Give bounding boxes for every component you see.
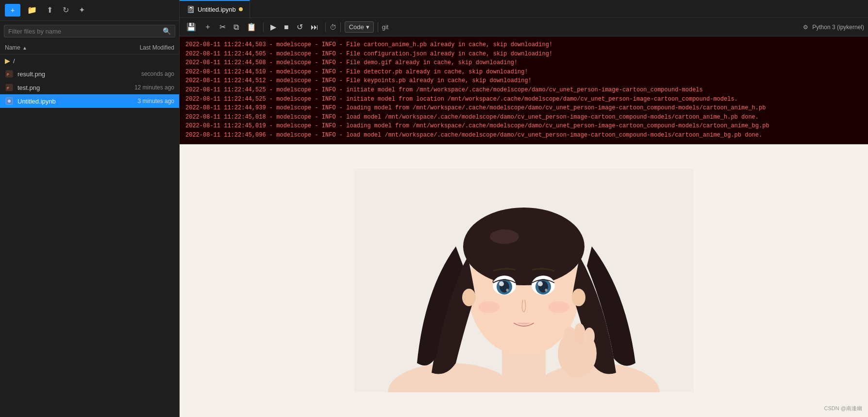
- toolbar-separator: [263, 22, 264, 32]
- svg-point-19: [499, 281, 504, 286]
- log-line: 2022-08-11 11:22:45,018 - modelscope - I…: [185, 113, 862, 122]
- tab-label: Untitled.ipynb: [198, 6, 236, 13]
- restart-button[interactable]: ↺: [294, 21, 306, 33]
- sidebar: + 📁 ⬆ ↻ ✦ 🔍 Name Last Modified ▶ /: [0, 0, 180, 417]
- cell-type-label: Code: [349, 23, 364, 31]
- tab-bar: 📓 Untitled.ipynb: [180, 0, 868, 18]
- log-line: 2022-08-11 11:22:44,505 - modelscope - I…: [185, 50, 862, 59]
- svg-text:P: P: [7, 87, 9, 90]
- svg-point-24: [538, 281, 543, 286]
- svg-point-30: [574, 323, 585, 345]
- file-name: test.png: [17, 84, 40, 91]
- log-line: 2022-08-11 11:22:44,525 - modelscope - I…: [185, 95, 862, 104]
- svg-point-14: [462, 289, 476, 306]
- toolbar-separator-4: [378, 22, 378, 32]
- log-output: 2022-08-11 11:22:44,503 - modelscope - I…: [180, 36, 868, 144]
- log-line: 2022-08-11 11:22:44,512 - modelscope - I…: [185, 76, 862, 86]
- kernel-label: Python 3 (ipykernel): [812, 24, 864, 31]
- watermark: CSDN @南逢幽: [824, 405, 862, 412]
- git-label: git: [382, 23, 389, 31]
- copy-button[interactable]: ⧉: [231, 21, 242, 33]
- svg-point-20: [506, 289, 509, 292]
- new-launcher-button[interactable]: +: [5, 4, 20, 17]
- file-name: Untitled.ipynb: [17, 98, 56, 105]
- chevron-down-icon: ▾: [366, 23, 369, 31]
- svg-text:P: P: [7, 73, 9, 76]
- notebook-toolbar: 💾 ＋ ✂ ⧉ 📋 ▶ ■ ↺ ⏭ ⏱ Code ▾ git ⚙ Python …: [180, 18, 868, 36]
- search-input[interactable]: [8, 28, 163, 35]
- log-line: 2022-08-11 11:22:45,096 - modelscope - I…: [185, 131, 862, 140]
- paste-button[interactable]: 📋: [244, 21, 259, 33]
- svg-point-5: [8, 100, 11, 103]
- log-line: 2022-08-11 11:22:44,508 - modelscope - I…: [185, 58, 862, 68]
- open-folder-button[interactable]: 📁: [24, 4, 40, 16]
- stop-button[interactable]: ■: [281, 21, 292, 33]
- notebook-tab-icon: 📓: [186, 5, 195, 13]
- folder-name: /: [13, 57, 15, 65]
- svg-point-25: [545, 289, 548, 292]
- name-column-header[interactable]: Name: [5, 44, 27, 51]
- svg-point-27: [548, 301, 569, 313]
- file-modified: 12 minutes ago: [134, 84, 174, 91]
- search-bar: 🔍: [4, 25, 175, 37]
- toolbar-separator-3: [340, 22, 341, 32]
- file-name: result.png: [17, 70, 45, 78]
- modified-column-header[interactable]: Last Modified: [140, 44, 174, 51]
- list-item[interactable]: Untitled.ipynb 3 minutes ago: [0, 94, 179, 108]
- svg-point-12: [463, 208, 584, 285]
- log-line: 2022-08-11 11:22:44,503 - modelscope - I…: [185, 40, 862, 50]
- svg-point-31: [584, 328, 595, 345]
- svg-point-13: [490, 229, 519, 244]
- refresh-button[interactable]: ↻: [60, 4, 72, 16]
- file-list-header: Name Last Modified: [0, 41, 179, 54]
- svg-point-15: [572, 289, 585, 306]
- tab-modified-dot: [239, 7, 243, 11]
- anime-illustration: [180, 144, 868, 417]
- tab-untitled-ipynb[interactable]: 📓 Untitled.ipynb: [180, 0, 250, 17]
- image-output: CSDN @南逢幽: [180, 144, 868, 417]
- anime-face-svg: [354, 169, 694, 392]
- cell-type-dropdown[interactable]: Code ▾: [345, 21, 374, 33]
- cut-button[interactable]: ✂: [217, 21, 229, 33]
- clock-icon: ⏱: [330, 23, 336, 31]
- main-area: 📓 Untitled.ipynb 💾 ＋ ✂ ⧉ 📋 ▶ ■ ↺ ⏭ ⏱ Cod…: [180, 0, 868, 417]
- log-line: 2022-08-11 11:22:45,019 - modelscope - I…: [185, 122, 862, 131]
- sidebar-toolbar: + 📁 ⬆ ↻ ✦: [0, 0, 179, 21]
- list-item[interactable]: P test.png 12 minutes ago: [0, 81, 179, 94]
- plus-icon: +: [11, 6, 15, 14]
- run-button[interactable]: ▶: [267, 21, 279, 33]
- file-list: P result.png seconds ago P test.png 12 m…: [0, 67, 179, 417]
- search-icon: 🔍: [163, 27, 171, 35]
- png-file-icon: P: [5, 70, 14, 78]
- notebook-content: 2022-08-11 11:22:44,503 - modelscope - I…: [180, 36, 868, 417]
- list-item[interactable]: P result.png seconds ago: [0, 67, 179, 81]
- upload-button[interactable]: ⬆: [44, 4, 56, 16]
- ipynb-file-icon: [5, 97, 14, 105]
- add-cell-button[interactable]: ＋: [201, 20, 215, 34]
- log-line: 2022-08-11 11:22:44,939 - modelscope - I…: [185, 104, 862, 113]
- git-button[interactable]: ✦: [76, 4, 88, 16]
- file-modified: 3 minutes ago: [138, 98, 174, 104]
- save-button[interactable]: 💾: [184, 21, 199, 33]
- png-file-icon: P: [5, 83, 14, 92]
- fast-forward-button[interactable]: ⏭: [308, 21, 321, 33]
- log-line: 2022-08-11 11:22:44,510 - modelscope - I…: [185, 68, 862, 77]
- folder-icon: ▶: [5, 57, 10, 65]
- toolbar-separator-2: [325, 22, 326, 32]
- gear-icon: ⚙: [803, 24, 808, 31]
- log-line: 2022-08-11 11:22:44,525 - modelscope - I…: [185, 86, 862, 95]
- root-folder-item[interactable]: ▶ /: [0, 54, 179, 67]
- file-modified: seconds ago: [141, 70, 174, 77]
- svg-point-26: [478, 301, 500, 313]
